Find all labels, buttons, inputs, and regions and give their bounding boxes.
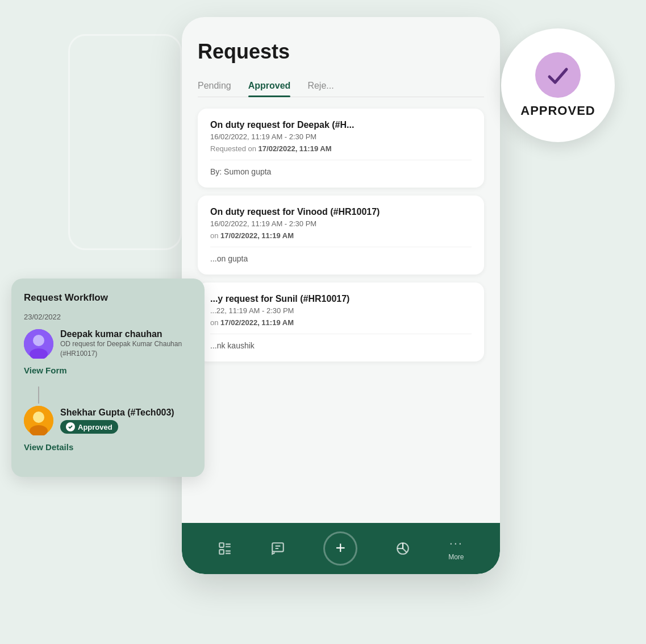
connector-line <box>38 387 39 404</box>
request-requested-3: on 17/02/2022, 11:19 AM <box>210 318 472 327</box>
nav-add-button[interactable]: + <box>323 531 357 566</box>
workflow-person-deepak: Deepak kumar chauhan OD request for Deep… <box>24 329 192 359</box>
request-title-1: On duty request for Deepak (#H... <box>210 120 472 130</box>
request-by-3: ...nk kaushik <box>210 341 472 350</box>
request-requested-1: Requested on 17/02/2022, 11:19 AM <box>210 144 472 153</box>
tab-pending[interactable]: Pending <box>198 75 231 97</box>
request-card-3[interactable]: ...y request for Sunil (#HR10017) ...22,… <box>198 282 484 362</box>
tab-approved[interactable]: Approved <box>248 75 291 97</box>
request-time-3: ...22, 11:19 AM - 2:30 PM <box>210 306 472 315</box>
phone-content: Requests Pending Approved Reje... On dut… <box>182 17 500 523</box>
plus-icon: + <box>336 539 346 556</box>
approved-status-badge: Approved <box>60 418 192 434</box>
divider-2 <box>210 247 472 247</box>
request-title-3: ...y request for Sunil (#HR10017) <box>210 294 472 304</box>
main-phone-card: Requests Pending Approved Reje... On dut… <box>182 17 500 574</box>
approved-circle <box>535 52 581 98</box>
svg-rect-0 <box>220 543 224 547</box>
request-time-2: 16/02/2022, 11:19 AM - 2:30 PM <box>210 219 472 228</box>
tab-rejected[interactable]: Reje... <box>307 75 334 97</box>
nav-chart[interactable] <box>395 541 410 556</box>
workflow-title: Request Workflow <box>24 292 192 304</box>
divider-1 <box>210 160 472 160</box>
workflow-card: Request Workflow 23/02/2022 Deepak kumar… <box>11 279 205 477</box>
avatar-shekhar <box>24 406 53 435</box>
nav-chat[interactable] <box>270 541 285 556</box>
request-by-2: ...on gupta <box>210 254 472 263</box>
avatar-deepak <box>24 329 53 359</box>
view-form-link[interactable]: View Form <box>24 365 192 375</box>
request-by-1: By: Sumon gupta <box>210 167 472 176</box>
more-dots-icon: ··· <box>449 536 463 551</box>
background-phone-outline <box>68 34 182 250</box>
request-title-2: On duty request for Vinood (#HR10017) <box>210 207 472 217</box>
workflow-person-shekhar: Shekhar Gupta (#Tech003) Approved <box>24 406 192 435</box>
bottom-nav: + ··· More <box>182 523 500 574</box>
view-details-link[interactable]: View Details <box>24 442 192 452</box>
workflow-date: 23/02/2022 <box>24 313 192 321</box>
nav-more[interactable]: ··· More <box>448 536 464 561</box>
tabs-container: Pending Approved Reje... <box>198 75 484 97</box>
request-card-2[interactable]: On duty request for Vinood (#HR10017) 16… <box>198 196 484 275</box>
person-info-shekhar: Shekhar Gupta (#Tech003) Approved <box>60 408 192 434</box>
approved-badge-popup: APPROVED <box>501 28 615 142</box>
svg-point-16 <box>33 412 44 423</box>
checkmark-icon <box>544 61 572 89</box>
divider-3 <box>210 334 472 334</box>
approved-text: APPROVED <box>520 103 595 118</box>
request-card-1[interactable]: On duty request for Deepak (#H... 16/02/… <box>198 109 484 188</box>
nav-tasks[interactable] <box>218 541 232 556</box>
svg-point-13 <box>33 335 44 346</box>
person-sub-deepak: OD request for Deepak Kumar Chauhan (#HR… <box>60 339 192 359</box>
person-name-shekhar: Shekhar Gupta (#Tech003) <box>60 408 192 418</box>
svg-rect-3 <box>220 550 224 554</box>
person-name-deepak: Deepak kumar chauhan <box>60 329 192 339</box>
nav-more-label: More <box>448 553 464 561</box>
person-info-deepak: Deepak kumar chauhan OD request for Deep… <box>60 329 192 359</box>
request-requested-2: on 17/02/2022, 11:19 AM <box>210 231 472 240</box>
svg-rect-6 <box>273 543 284 551</box>
approved-badge-label: Approved <box>78 423 112 431</box>
check-circle-icon <box>66 422 75 431</box>
page-title: Requests <box>198 40 484 64</box>
request-time-1: 16/02/2022, 11:19 AM - 2:30 PM <box>210 132 472 141</box>
